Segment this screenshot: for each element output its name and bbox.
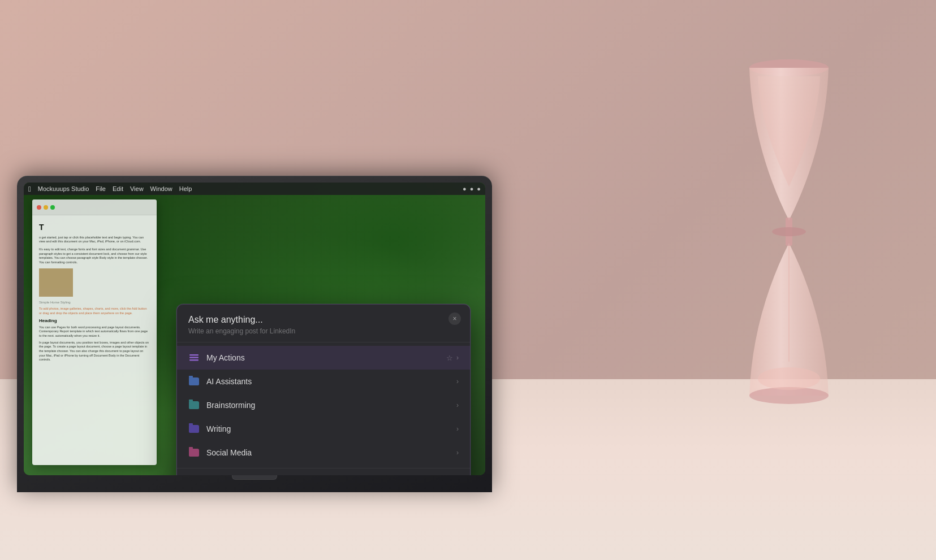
pages-body-text-4: In page layout documents, you position t… bbox=[39, 341, 150, 362]
svg-point-4 bbox=[758, 367, 820, 390]
ai-dialog: Ask me anything... Write an engaging pos… bbox=[176, 304, 471, 475]
menu-item-my-actions[interactable]: My Actions ☆ › bbox=[177, 346, 470, 370]
help-menu[interactable]: Help bbox=[179, 185, 192, 192]
writing-actions: › bbox=[456, 425, 459, 433]
ai-assistants-label: AI Assistants bbox=[206, 377, 456, 386]
pages-content: T o get started, just tap or click this … bbox=[32, 215, 157, 369]
app-name[interactable]: Mockuuups Studio bbox=[38, 185, 89, 192]
ai-assistants-actions: › bbox=[456, 377, 459, 385]
menu-item-writing[interactable]: Writing › bbox=[177, 417, 470, 441]
my-actions-chevron: › bbox=[456, 354, 459, 362]
pages-body-text: o get started, just tap or click this pl… bbox=[39, 236, 150, 244]
writing-label: Writing bbox=[206, 424, 456, 433]
my-actions-icon bbox=[188, 352, 200, 363]
my-actions-label: My Actions bbox=[206, 353, 446, 362]
dialog-close-button[interactable]: × bbox=[448, 312, 461, 325]
writing-icon bbox=[188, 423, 200, 435]
dialog-menu-list: My Actions ☆ › AI Assistants bbox=[177, 342, 470, 468]
my-actions-actions: ☆ › bbox=[446, 354, 459, 362]
ai-assistants-chevron: › bbox=[456, 377, 459, 385]
pages-image bbox=[39, 268, 73, 297]
ai-assistants-icon bbox=[188, 376, 200, 387]
pages-drop-cap: T bbox=[39, 222, 150, 233]
minimize-dot[interactable] bbox=[44, 205, 48, 210]
menu-bar-status-3: ● bbox=[477, 185, 481, 192]
brainstorming-chevron: › bbox=[456, 401, 459, 409]
laptop-screen:  Mockuuups Studio File Edit View Window… bbox=[24, 183, 485, 475]
brainstorming-icon bbox=[188, 400, 200, 411]
pages-red-text: To add photos, image galleries, shapes, … bbox=[39, 307, 150, 315]
pages-body-text-3: You can use Pages for both word processi… bbox=[39, 325, 150, 338]
file-menu[interactable]: File bbox=[96, 185, 106, 192]
brainstorming-actions: › bbox=[456, 401, 459, 409]
dialog-title: Ask me anything... bbox=[188, 315, 459, 325]
dialog-footer: Press ↵ to submit bbox=[177, 468, 470, 475]
menu-bar-left:  Mockuuups Studio File Edit View Window… bbox=[28, 185, 192, 193]
star-icon[interactable]: ☆ bbox=[446, 354, 453, 362]
edit-menu[interactable]: Edit bbox=[113, 185, 123, 192]
window-menu[interactable]: Window bbox=[150, 185, 172, 192]
view-menu[interactable]: View bbox=[130, 185, 144, 192]
menu-item-social-media[interactable]: Social Media › bbox=[177, 441, 470, 465]
social-media-icon bbox=[188, 447, 200, 458]
svg-rect-6 bbox=[189, 354, 199, 356]
menu-item-ai-assistants[interactable]: AI Assistants › bbox=[177, 370, 470, 393]
pages-body-text-2: It's easy to edit text, change fonts and… bbox=[39, 248, 150, 265]
pages-img-caption: Simple Home Styling bbox=[39, 300, 150, 305]
pages-titlebar bbox=[32, 199, 157, 215]
brainstorming-label: Brainstorming bbox=[206, 401, 456, 410]
laptop:  Mockuuups Studio File Edit View Window… bbox=[0, 85, 509, 492]
social-media-actions: › bbox=[456, 449, 459, 457]
svg-rect-7 bbox=[189, 357, 199, 359]
pages-document: T o get started, just tap or click this … bbox=[32, 199, 157, 465]
macos-menu-bar:  Mockuuups Studio File Edit View Window… bbox=[24, 183, 485, 195]
svg-rect-8 bbox=[189, 359, 199, 361]
menu-bar-status-2: ● bbox=[470, 185, 474, 192]
laptop-screen-housing:  Mockuuups Studio File Edit View Window… bbox=[17, 176, 492, 492]
dialog-header: Ask me anything... Write an engaging pos… bbox=[177, 305, 470, 342]
hourglass-decoration bbox=[732, 34, 846, 429]
menu-item-brainstorming[interactable]: Brainstorming › bbox=[177, 393, 470, 417]
close-dot[interactable] bbox=[37, 205, 41, 210]
dialog-subtitle: Write an engaging post for LinkedIn bbox=[188, 327, 459, 335]
writing-chevron: › bbox=[456, 425, 459, 433]
svg-point-3 bbox=[772, 227, 806, 236]
social-media-chevron: › bbox=[456, 449, 459, 457]
menu-bar-right: ● ● ● bbox=[463, 185, 481, 192]
social-media-label: Social Media bbox=[206, 448, 456, 457]
pages-heading: Heading bbox=[39, 318, 150, 324]
apple-menu[interactable]:  bbox=[28, 185, 31, 193]
maximize-dot[interactable] bbox=[50, 205, 55, 210]
screen-bezel:  Mockuuups Studio File Edit View Window… bbox=[24, 183, 485, 475]
menu-bar-status-1: ● bbox=[463, 185, 467, 192]
